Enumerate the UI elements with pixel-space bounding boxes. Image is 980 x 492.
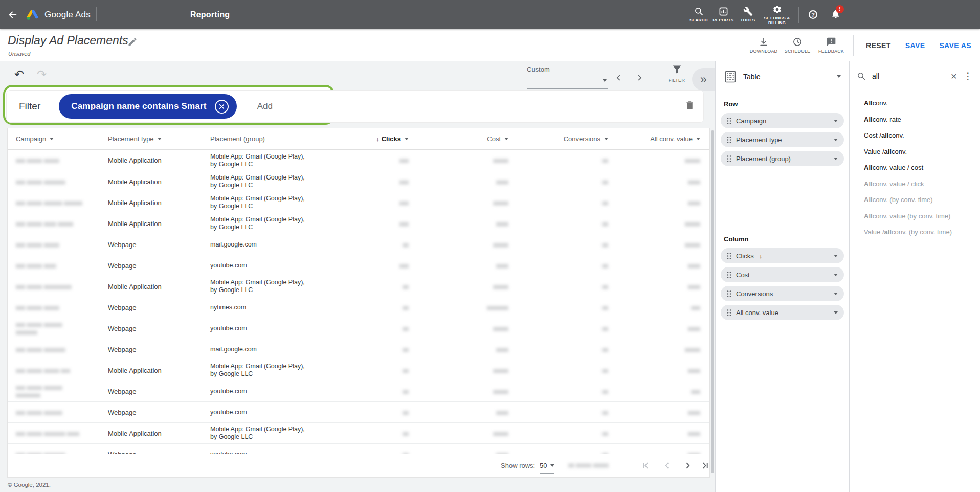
table-row[interactable]: xxx xxxxx xxxxxx xxxxxxMobile Applicatio… (8, 192, 709, 213)
last-page-button[interactable] (700, 461, 710, 472)
metric-item[interactable]: Value / all conv. (by conv. time) (864, 224, 980, 240)
campaign-cell: xxx xxxxx xxxxxxxxx (16, 283, 108, 290)
clear-search-icon[interactable]: × (951, 71, 957, 81)
table-row[interactable]: xxx xxxxx xxxxxWebpagenytimes.comxxxxxxx… (8, 297, 709, 318)
metric-item[interactable]: All conv. rate (864, 111, 980, 128)
nav-settings-billing[interactable]: SETTINGS &BILLING (760, 5, 794, 25)
chevron-down-icon (834, 158, 838, 160)
clicks-cell: xx (369, 367, 415, 374)
download-button[interactable]: DOWNLOAD (747, 37, 781, 54)
table-row[interactable]: xxx xxxxx xxxxx xxxMobile ApplicationMob… (8, 360, 709, 381)
column-metric-chip[interactable]: All conv. value (721, 305, 844, 320)
topbar-divider (798, 7, 799, 23)
table-row[interactable]: xxx xxxxx xxxxxMobile ApplicationMobile … (8, 150, 709, 171)
show-rows-label: Show rows: (501, 462, 535, 469)
table-row[interactable]: xxx xxxxx xxxxxxWebpageyoutube.comxxxxxx… (8, 401, 709, 422)
more-options-icon[interactable]: ⋮ (963, 70, 973, 82)
google-ads-logo (26, 8, 39, 21)
back-arrow-icon[interactable] (7, 9, 18, 20)
table-row[interactable]: xxx xxxxx xxxxxxxMobile ApplicationMobil… (8, 171, 709, 192)
table-row[interactable]: xxx xxxxx xxxxxxxxxxxxxWebpageyoutube.co… (8, 318, 709, 339)
nav-reports[interactable]: REPORTS (711, 7, 736, 23)
placement-group-cell: youtube.com (210, 325, 369, 332)
table-header-row: Campaign Placement type Placement (group… (8, 128, 709, 150)
campaign-cell: xxx xxxxx xxxxxxx (16, 346, 108, 353)
sort-desc-icon: ↓ (759, 252, 763, 260)
row-dimension-chip[interactable]: Campaign (721, 113, 844, 128)
column-metric-chip[interactable]: Cost (721, 267, 844, 282)
campaign-cell: xxx xxxxx xxxx xxxxx (16, 220, 108, 228)
filter-chip[interactable]: Campaign name contains Smart (59, 94, 236, 119)
top-app-bar: Google Ads Reporting SEARCH REPORTS TOOL… (0, 0, 980, 29)
metric-item[interactable]: All conv. value / cost (864, 160, 980, 176)
metric-search-bar: all × ⋮ (850, 61, 980, 91)
chevron-down-icon (834, 139, 838, 141)
notifications-bell[interactable]: ! (831, 9, 841, 21)
column-header-cost[interactable]: Cost (415, 135, 515, 143)
column-header-conversions[interactable]: Conversions (515, 135, 614, 143)
column-metric-chip[interactable]: Conversions (721, 286, 844, 301)
filter-toolbar-button[interactable]: FILTER (665, 64, 688, 83)
metric-item[interactable]: All conv. (864, 95, 980, 111)
table-row[interactable]: xxx xxxxx xxxxWebpageyoutube.comxxxxxxxx… (8, 255, 709, 276)
conversions-cell: xx (515, 388, 614, 395)
first-page-button[interactable] (641, 461, 651, 472)
column-header-placement-group[interactable]: Placement (group) (210, 135, 369, 143)
drag-handle-icon (727, 136, 731, 144)
panel-title: Table (743, 73, 760, 81)
row-dimension-chip[interactable]: Placement type (721, 132, 844, 147)
collapse-panel-button[interactable]: » (692, 68, 715, 91)
placement-group-cell: Mobile App: Gmail (Google Play),by Googl… (210, 426, 369, 441)
all-conv-value-cell: xxx (614, 304, 709, 311)
metric-item[interactable]: All conv. value / click (864, 176, 980, 192)
metric-item[interactable]: All conv. value (by conv. time) (864, 208, 980, 225)
undo-button[interactable]: ↶ (14, 69, 24, 80)
table-row[interactable]: xxx xxxxx xxxxxxxxxxxxxxWebpageyoutube.c… (8, 381, 709, 401)
previous-page-button[interactable] (662, 461, 672, 472)
metric-item[interactable]: All conv. (by conv. time) (864, 192, 980, 208)
save-as-button[interactable]: SAVE AS (939, 41, 971, 50)
edit-title-icon[interactable] (127, 37, 138, 49)
placement-type-cell: Webpage (108, 262, 210, 270)
nav-search[interactable]: SEARCH (686, 7, 711, 23)
placement-type-cell: Webpage (108, 388, 210, 395)
metric-item[interactable]: Cost / all conv. (864, 127, 980, 144)
table-row[interactable]: xxx xxxxx xxxxxxx xxxxMobile Application… (8, 422, 709, 443)
column-section-label: Column (724, 235, 841, 243)
reset-button[interactable]: RESET (866, 41, 891, 50)
table-row[interactable]: xxx xxxxx xxxxxxxxxMobile ApplicationMob… (8, 276, 709, 297)
date-next-button[interactable] (635, 74, 643, 84)
metric-search-input[interactable]: all (872, 72, 951, 80)
table-row[interactable]: xxx xxxxx xxxx xxxxxMobile ApplicationMo… (8, 213, 709, 234)
table-row[interactable]: xxx xxxxx xxxxxWebpagemail.google.comxxx… (8, 234, 709, 255)
delete-icon[interactable] (684, 100, 695, 113)
all-conv-value-cell: xxxxx (614, 346, 709, 353)
schedule-button[interactable]: SCHEDULE (781, 37, 814, 54)
remove-filter-icon[interactable] (215, 100, 229, 114)
help-icon[interactable]: ? (809, 10, 817, 19)
column-header-campaign[interactable]: Campaign (16, 135, 108, 143)
date-prev-button[interactable] (615, 74, 623, 84)
add-filter-button[interactable]: Add (257, 101, 273, 111)
row-chips: CampaignPlacement typePlacement (group) (716, 113, 849, 166)
metric-item[interactable]: Value / all conv. (864, 144, 980, 160)
column-metric-chip[interactable]: Clicks↓ (721, 248, 844, 263)
sort-desc-icon: ↓ (376, 135, 380, 143)
date-range-select[interactable]: Custom (527, 64, 608, 89)
chart-type-select[interactable]: Table (716, 61, 849, 92)
save-button[interactable]: SAVE (905, 41, 925, 50)
redo-button[interactable]: ↷ (37, 69, 47, 80)
table-row[interactable]: xxx xxxxx xxxxxxxWebpagemail.google.comx… (8, 339, 709, 360)
nav-tools[interactable]: TOOLS (736, 7, 760, 23)
row-dimension-chip[interactable]: Placement (group) (721, 151, 844, 166)
report-header: Display Ad Placements Unsaved DOWNLOAD S… (0, 29, 980, 61)
column-header-placement-type[interactable]: Placement type (108, 135, 210, 143)
campaign-cell: xxx xxxxx xxxxxxx (16, 178, 108, 186)
vertical-scrollbar[interactable] (711, 130, 714, 473)
page-size-select[interactable]: 50 (540, 462, 554, 474)
next-page-button[interactable] (683, 461, 693, 472)
feedback-button[interactable]: FEEDBACK (814, 37, 848, 54)
column-header-clicks[interactable]: ↓Clicks (369, 135, 415, 143)
column-header-all-conv-value[interactable]: All conv. value (614, 135, 709, 143)
table-row[interactable]: xxx xxxxx xxxxxxxWebpageyoutube.comxxxxx… (8, 443, 709, 454)
